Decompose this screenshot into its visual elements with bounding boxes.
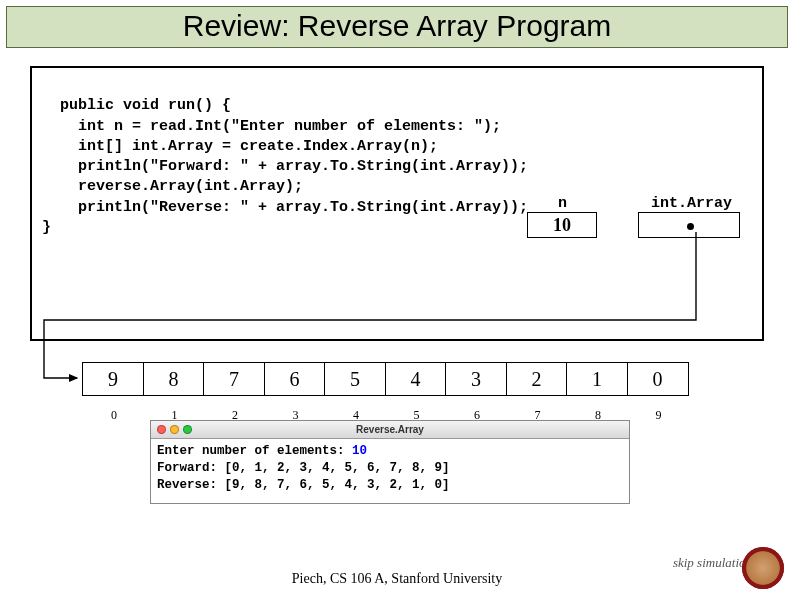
code-box: public void run() { int n = read.Int("En… <box>30 66 764 341</box>
array-value: 1 <box>592 368 602 390</box>
console-line1-prefix: Enter number of elements: <box>157 444 352 458</box>
skip-simulation-link[interactable]: skip simulation <box>673 555 752 571</box>
console-title: Reverse.Array <box>356 424 424 435</box>
array-cell: 36 <box>445 362 507 396</box>
array-cell: 54 <box>324 362 386 396</box>
var-array-value-box <box>638 212 740 238</box>
close-icon[interactable] <box>157 425 166 434</box>
array-index: 9 <box>628 399 690 431</box>
array-value: 4 <box>411 368 421 390</box>
array-cell: 45 <box>385 362 447 396</box>
stanford-seal-icon <box>742 547 784 589</box>
array-cell: 90 <box>82 362 144 396</box>
console-body: Enter number of elements: 10 Forward: [0… <box>151 439 629 503</box>
code-text: public void run() { int n = read.Int("En… <box>42 97 528 236</box>
array-value: 2 <box>532 368 542 390</box>
array-cell: 63 <box>264 362 326 396</box>
array-cell: 09 <box>627 362 689 396</box>
console-line1-input: 10 <box>352 444 367 458</box>
minimize-icon[interactable] <box>170 425 179 434</box>
console-window: Reverse.Array Enter number of elements: … <box>150 420 630 504</box>
array-index: 0 <box>83 399 145 431</box>
array-cell: 81 <box>143 362 205 396</box>
slide-title: Review: Reverse Array Program <box>6 6 788 48</box>
slide-footer: Piech, CS 106 A, Stanford University <box>0 571 794 587</box>
array-value: 5 <box>350 368 360 390</box>
console-titlebar: Reverse.Array <box>151 421 629 439</box>
array-cell: 27 <box>506 362 568 396</box>
console-line2: Forward: [0, 1, 2, 3, 4, 5, 6, 7, 8, 9] <box>157 461 450 475</box>
array-value: 7 <box>229 368 239 390</box>
array-value: 9 <box>108 368 118 390</box>
array-value: 6 <box>290 368 300 390</box>
array-visualization: 90 81 72 63 54 45 36 27 18 09 <box>82 362 689 396</box>
zoom-icon[interactable] <box>183 425 192 434</box>
pointer-dot-icon <box>687 223 694 230</box>
array-value: 0 <box>653 368 663 390</box>
array-cell: 18 <box>566 362 628 396</box>
array-value: 8 <box>169 368 179 390</box>
array-cell: 72 <box>203 362 265 396</box>
array-value: 3 <box>471 368 481 390</box>
console-line3: Reverse: [9, 8, 7, 6, 5, 4, 3, 2, 1, 0] <box>157 478 450 492</box>
var-n-value-box: 10 <box>527 212 597 238</box>
